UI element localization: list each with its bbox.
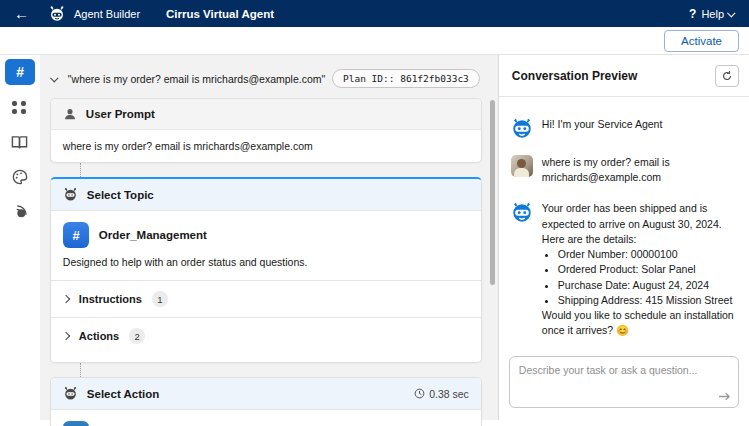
action-row[interactable]: Find Order Provide Information [51, 410, 481, 426]
instructions-section-row[interactable]: Instructions 1 [51, 280, 481, 317]
help-question-icon: ? [689, 7, 696, 21]
connector-line [80, 163, 81, 177]
clock-icon [414, 388, 425, 399]
message-text: Hi! I'm your Service Agent [542, 117, 662, 139]
topic-hash-icon: # [63, 222, 89, 248]
channels-dish-icon [12, 204, 28, 220]
top-navigation-bar: ← Agent Builder Cirrus Virtual Agent ? H… [0, 0, 749, 27]
message-text: Your order has been shipped and is expec… [542, 201, 737, 338]
plan-id-badge: Plan ID:: 861f2fb033c3 [332, 69, 480, 88]
help-label: Help [701, 8, 724, 20]
order-detail-item: Purchase Date: August 24, 2024 [558, 278, 737, 293]
order-detail-item: Ordered Product: Solar Panel [558, 262, 737, 277]
select-action-title: Select Action [87, 388, 159, 400]
message-list: Hi! I'm your Service Agent where is my o… [499, 97, 749, 350]
chevron-right-icon [62, 295, 70, 303]
user-prompt-title: User Prompt [86, 108, 155, 120]
plan-canvas: "where is my order? email is mrichards@e… [40, 55, 498, 420]
preview-header: Conversation Preview [499, 55, 749, 97]
app-name: Agent Builder [74, 8, 140, 20]
topic-row[interactable]: # Order_Management [51, 211, 481, 254]
palette-icon [12, 169, 28, 185]
bot-message: Hi! I'm your Service Agent [511, 117, 737, 139]
smiley-emoji: 😊 [616, 324, 629, 336]
message-input[interactable] [510, 357, 738, 407]
select-action-card: Select Action 0.38 sec Find Order Pr [50, 377, 482, 426]
agent-name-title: Cirrus Virtual Agent [166, 8, 274, 20]
send-icon[interactable] [718, 391, 731, 402]
duration-indicator: 0.38 sec [414, 388, 469, 400]
message-text: where is my order? email is mrichards@ex… [542, 155, 737, 185]
hash-topics-icon: # [16, 64, 24, 80]
conversation-preview-panel: Conversation Preview [498, 55, 749, 420]
order-detail-item: Shipping Address: 415 Mission Street [558, 293, 737, 308]
preview-title: Conversation Preview [512, 69, 637, 83]
select-topic-title: Select Topic [87, 189, 154, 201]
rail-item-topics[interactable]: # [5, 59, 35, 85]
order-detail-item: Order Number: 00000100 [558, 247, 737, 262]
order-details-list: Order Number: 00000100 Ordered Product: … [558, 247, 737, 308]
message-intro: Your order has been shipped and is expec… [542, 202, 722, 244]
agent-builder-bot-icon [48, 5, 66, 23]
instructions-label: Instructions [79, 293, 142, 305]
instructions-count-badge: 1 [152, 291, 168, 307]
knowledge-book-icon [11, 135, 28, 150]
select-topic-card: Select Topic # Order_Management Designed… [50, 177, 482, 363]
composer [509, 356, 739, 408]
help-menu[interactable]: ? Help [689, 7, 735, 21]
user-message: where is my order? email is mrichards@ex… [511, 155, 737, 185]
user-prompt-card: User Prompt where is my order? email is … [50, 98, 482, 163]
actions-label: Actions [79, 330, 119, 342]
select-topic-card-header[interactable]: Select Topic [51, 179, 481, 211]
canvas-scrollbar[interactable] [490, 100, 495, 285]
bot-message: Your order has been shipped and is expec… [511, 201, 737, 338]
duration-value: 0.38 sec [429, 388, 469, 400]
left-icon-rail: # [0, 55, 40, 420]
chevron-down-icon [727, 9, 735, 17]
robot-icon [63, 386, 78, 401]
actions-section-row[interactable]: Actions 2 [51, 317, 481, 354]
topic-name: Order_Management [99, 229, 207, 241]
rail-item-channels[interactable] [5, 199, 35, 225]
topic-description: Designed to help with an order status an… [51, 254, 481, 280]
robot-icon [63, 187, 78, 202]
activate-button[interactable]: Activate [664, 30, 739, 52]
person-icon [63, 107, 77, 121]
actions-count-badge: 2 [129, 328, 145, 344]
user-prompt-card-header[interactable]: User Prompt [51, 99, 481, 130]
rail-item-components[interactable] [5, 94, 35, 120]
connector-line [80, 363, 81, 377]
action-toolbar: Activate [0, 27, 749, 55]
bot-avatar [511, 117, 533, 139]
action-cloud-icon [63, 421, 89, 426]
bot-avatar [511, 201, 533, 223]
message-outro: Would you like to schedule an installati… [542, 309, 734, 336]
components-dots-icon [12, 101, 27, 114]
rail-item-theme[interactable] [5, 164, 35, 190]
user-avatar [511, 155, 533, 177]
refresh-button[interactable] [715, 65, 739, 87]
refresh-icon [721, 70, 733, 82]
user-prompt-text: where is my order? email is mrichards@ex… [51, 130, 481, 162]
chevron-right-icon [62, 332, 70, 340]
plan-utterance: "where is my order? email is mrichards@e… [68, 73, 325, 85]
plan-header-row: "where is my order? email is mrichards@e… [50, 63, 482, 98]
rail-item-knowledge[interactable] [5, 129, 35, 155]
collapse-chevron-icon[interactable] [50, 74, 58, 82]
select-action-card-header[interactable]: Select Action 0.38 sec [51, 378, 481, 410]
back-arrow-icon[interactable]: ← [14, 5, 48, 22]
